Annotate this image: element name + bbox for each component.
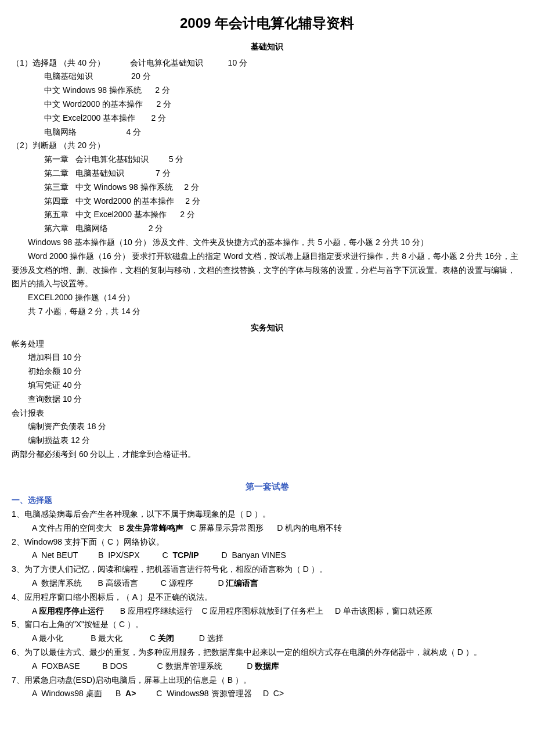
section-basic-title: 基础知识 — [12, 40, 522, 54]
tf-item: 第四章 中文 Word2000 的基本操作 2 分 — [12, 195, 522, 208]
tf-header: （2）判断题 （共 20 分） — [12, 139, 522, 153]
question-options: A Net BEUT B IPX/SPX C TCP/IP D Banyan V… — [12, 549, 522, 563]
section-practical-title: 实务知识 — [12, 321, 522, 335]
correct-answer: 关闭 — [158, 633, 174, 643]
question-options: A Windows98 桌面 B A> C Windows98 资源管理器 D … — [12, 687, 522, 701]
correct-answer: 数据库 — [255, 661, 279, 671]
mc-item: 中文 Excel2000 基本操作 2 分 — [12, 111, 522, 125]
question-text: 7、用紧急启动盘(ESD)启动电脑后，屏幕上出现的信息是（ B ）。 — [12, 674, 522, 687]
question-options: A FOXBASE B DOS C 数据库管理系统 D 数据库 — [12, 660, 522, 674]
practical-item: 编制损益表 12 分 — [12, 434, 522, 448]
practical-item: 填写凭证 40 分 — [12, 379, 522, 393]
question-section-header: 一、选择题 — [12, 494, 522, 507]
question-text: 6、为了以最佳方式、最少的重复，为多种应用服务，把数据库集中起来以一定的组织方式… — [12, 646, 522, 660]
correct-answer: TCP/IP — [172, 550, 199, 560]
page-title: 2009 年会计电算化辅导资料 — [12, 12, 522, 35]
tf-item: 第二章 电脑基础知识 7 分 — [12, 167, 522, 181]
win98-op-para: Windows 98 基本操作题（10 分） 涉及文件、文件夹及快捷方式的基本操… — [12, 236, 522, 250]
mc-item: 中文 Windows 98 操作系统 2 分 — [12, 84, 522, 98]
correct-answer: 发生异常蜂鸣声 — [127, 523, 183, 532]
practical-item: 初始余额 10 分 — [12, 365, 522, 379]
practical-note: 两部分都必须考到 60 分以上，才能拿到合格证书。 — [12, 448, 522, 462]
tf-item: 第一章 会计电算化基础知识 5 分 — [12, 153, 522, 167]
question-text: 1、电脑感染病毒后会产生各种现象，以下不属于病毒现象的是（ D ）。 — [12, 507, 522, 521]
mc-item: 电脑基础知识 20 分 — [12, 70, 522, 84]
excel2000-detail: 共 7 小题，每题 2 分，共 14 分 — [12, 305, 522, 319]
question-text: 4、应用程序窗口缩小图标后，（ A ）是不正确的说法。 — [12, 591, 522, 604]
mc-item: 中文 Word2000 的基本操作 2 分 — [12, 98, 522, 111]
question-text: 3、为了方便人们记忆，阅读和编程，把机器语言进行符号化，相应的语言称为（ D ）… — [12, 563, 522, 577]
tf-item: 第三章 中文 Windows 98 操作系统 2 分 — [12, 181, 522, 195]
question-options: A 应用程序停止运行 B 应用程序继续运行 C 应用程序图标就放到了任务栏上 D… — [12, 604, 522, 618]
practical-item: 增加科目 10 分 — [12, 351, 522, 365]
correct-answer: 汇编语言 — [226, 578, 258, 588]
tf-item: 第六章 电脑网络 2 分 — [12, 222, 522, 236]
mc-item: 电脑网络 4 分 — [12, 125, 522, 139]
practical-h2: 会计报表 — [12, 406, 522, 420]
correct-answer: A> — [125, 689, 136, 698]
question-text: 2、Window98 支持下面（ C ）网络协议。 — [12, 535, 522, 549]
practical-h1: 帐务处理 — [12, 337, 522, 351]
practical-item: 查询数据 10 分 — [12, 393, 522, 406]
excel2000-op-para: EXCEL2000 操作题（14 分） — [12, 291, 522, 305]
practical-item: 编制资产负债表 18 分 — [12, 420, 522, 434]
question-options: A 文件占用的空间变大 B 发生异常蜂鸣声 C 屏幕显示异常图形 D 机内的电扇… — [12, 521, 522, 535]
test-set-title: 第一套试卷 — [12, 479, 522, 494]
mc-header: （1）选择题 （共 40 分） 会计电算化基础知识 10 分 — [12, 56, 522, 70]
question-text: 5、窗口右上角的"X"按钮是（ C ）。 — [12, 618, 522, 632]
tf-item: 第五章 中文 Excel2000 基本操作 2 分 — [12, 208, 522, 222]
correct-answer: 应用程序停止运行 — [39, 606, 104, 615]
word2000-op-para: Word 2000 操作题（16 分） 要求打开软磁盘上的指定 Word 文档，… — [12, 250, 522, 291]
question-options: A 数据库系统 B 高级语言 C 源程序 D 汇编语言 — [12, 577, 522, 591]
question-options: A 最小化 B 最大化 C 关闭 D 选择 — [12, 632, 522, 646]
